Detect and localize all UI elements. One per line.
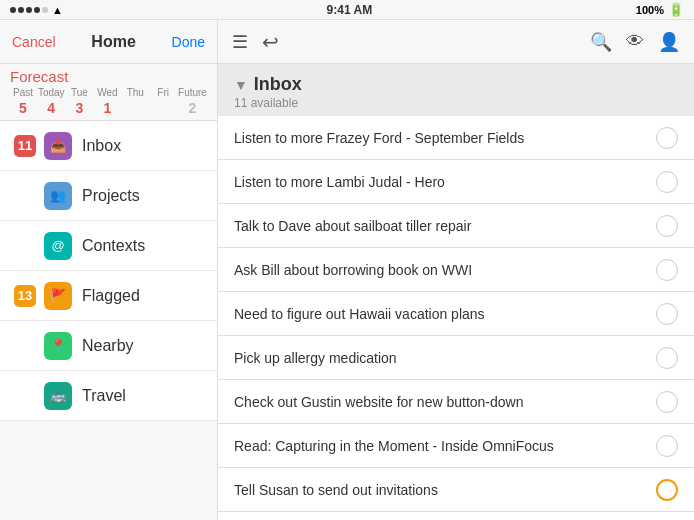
- inbox-icon: 📥: [44, 132, 72, 160]
- task-list: Listen to more Frazey Ford - September F…: [218, 116, 694, 520]
- main-layout: Cancel Home Done Forecast Past 5 Today 4…: [0, 20, 694, 520]
- travel-icon: 🚌: [44, 382, 72, 410]
- wifi-icon: ▲: [52, 4, 63, 16]
- inbox-label: Inbox: [82, 137, 121, 155]
- status-bar: ▲ 9:41 AM 100% 🔋: [0, 0, 694, 20]
- projects-icon: 👥: [44, 182, 72, 210]
- status-right: 100% 🔋: [636, 2, 684, 17]
- done-button[interactable]: Done: [172, 34, 205, 50]
- task-item[interactable]: Check out Gustin website for new button-…: [218, 380, 694, 424]
- sidebar-item-contexts[interactable]: @ Contexts: [0, 221, 217, 271]
- battery-label: 100%: [636, 4, 664, 16]
- inbox-badge: 11: [14, 135, 36, 157]
- sidebar-item-inbox[interactable]: 11 📥 Inbox: [0, 121, 217, 171]
- forecast-day-fri: Fri: [150, 87, 176, 100]
- forecast-strip: Forecast Past 5 Today 4 Tue 3 Wed 1: [0, 64, 217, 121]
- contexts-icon: @: [44, 232, 72, 260]
- task-item[interactable]: Listen to more Frazey Ford - September F…: [218, 116, 694, 160]
- undo-icon[interactable]: ↩: [262, 30, 279, 54]
- person-icon[interactable]: 👤: [658, 31, 680, 53]
- forecast-day-today: Today 4: [38, 87, 65, 116]
- nearby-icon: 📍: [44, 332, 72, 360]
- cancel-button[interactable]: Cancel: [12, 34, 56, 50]
- search-icon[interactable]: 🔍: [590, 31, 612, 53]
- task-item-deferred[interactable]: Unsubscribe from PB mailings Deferred un…: [218, 512, 694, 520]
- status-time: 9:41 AM: [327, 3, 373, 17]
- task-circle: [656, 215, 678, 237]
- sidebar-item-projects[interactable]: 👥 Projects: [0, 171, 217, 221]
- flagged-label: Flagged: [82, 287, 140, 305]
- section-title-text: Inbox: [254, 74, 302, 95]
- travel-label: Travel: [82, 387, 126, 405]
- forecast-day-past: Past 5: [10, 87, 36, 116]
- sidebar-item-nearby[interactable]: 📍 Nearby: [0, 321, 217, 371]
- sidebar-nav: 11 📥 Inbox 👥 Projects @ Contexts 13 🚩 Fl…: [0, 121, 217, 520]
- forecast-day-wed: Wed 1: [94, 87, 120, 116]
- task-circle: [656, 435, 678, 457]
- sidebar: Cancel Home Done Forecast Past 5 Today 4…: [0, 20, 218, 520]
- task-circle: [656, 171, 678, 193]
- task-item[interactable]: Need to figure out Hawaii vacation plans: [218, 292, 694, 336]
- sidebar-item-flagged[interactable]: 13 🚩 Flagged: [0, 271, 217, 321]
- sidebar-header: Cancel Home Done: [0, 20, 217, 64]
- toolbar-right: 🔍 👁 👤: [590, 31, 680, 53]
- projects-label: Projects: [82, 187, 140, 205]
- content-header: ▼ Inbox 11 available: [218, 64, 694, 116]
- contexts-label: Contexts: [82, 237, 145, 255]
- section-title: ▼ Inbox: [234, 74, 678, 95]
- task-circle: [656, 303, 678, 325]
- battery-icon: 🔋: [668, 2, 684, 17]
- task-circle: [656, 391, 678, 413]
- forecast-day-thu: Thu: [122, 87, 148, 100]
- task-item[interactable]: Tell Susan to send out invitations: [218, 468, 694, 512]
- task-circle: [656, 127, 678, 149]
- sidebar-item-travel[interactable]: 🚌 Travel: [0, 371, 217, 421]
- status-left: ▲: [10, 4, 63, 16]
- task-circle: [656, 259, 678, 281]
- flagged-icon: 🚩: [44, 282, 72, 310]
- content-area: ☰ ↩ 🔍 👁 👤 ▼ Inbox 11 available Listen to…: [218, 20, 694, 520]
- flagged-badge: 13: [14, 285, 36, 307]
- task-item[interactable]: Listen to more Lambi Judal - Hero: [218, 160, 694, 204]
- content-toolbar: ☰ ↩ 🔍 👁 👤: [218, 20, 694, 64]
- forecast-day-tue: Tue 3: [66, 87, 92, 116]
- hamburger-icon[interactable]: ☰: [232, 31, 248, 53]
- forecast-title: Forecast: [10, 68, 207, 85]
- task-circle-orange: [656, 479, 678, 501]
- nearby-label: Nearby: [82, 337, 134, 355]
- toolbar-left: ☰ ↩: [232, 30, 279, 54]
- chevron-icon: ▼: [234, 77, 248, 93]
- task-item[interactable]: Talk to Dave about sailboat tiller repai…: [218, 204, 694, 248]
- task-item[interactable]: Ask Bill about borrowing book on WWI: [218, 248, 694, 292]
- signal-dots: [10, 7, 48, 13]
- task-item[interactable]: Pick up allergy medication: [218, 336, 694, 380]
- sidebar-title: Home: [91, 33, 135, 51]
- task-item[interactable]: Read: Capturing in the Moment - Inside O…: [218, 424, 694, 468]
- eye-icon[interactable]: 👁: [626, 31, 644, 52]
- forecast-day-future: Future 2: [178, 87, 207, 116]
- section-count: 11 available: [234, 96, 678, 110]
- forecast-days: Past 5 Today 4 Tue 3 Wed 1 Thu: [10, 87, 207, 116]
- task-circle: [656, 347, 678, 369]
